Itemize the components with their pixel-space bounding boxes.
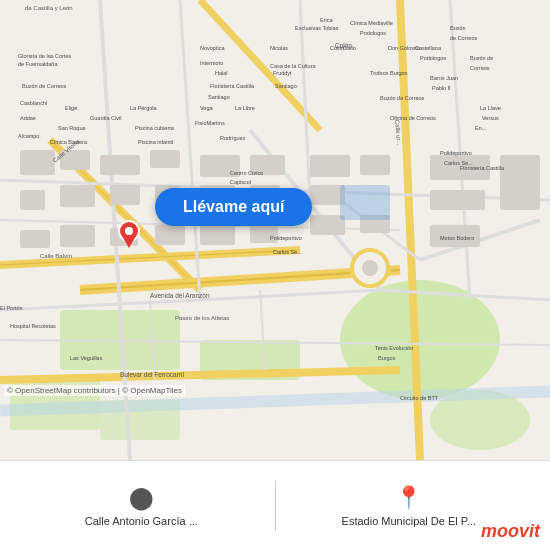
svg-text:Pablo II: Pablo II (432, 85, 451, 91)
svg-text:Circuito de BTT: Circuito de BTT (400, 395, 439, 401)
svg-text:En...: En... (475, 125, 487, 131)
svg-rect-53 (20, 230, 50, 248)
svg-text:Buzón de: Buzón de (470, 55, 493, 61)
svg-rect-37 (60, 185, 95, 207)
svg-rect-35 (150, 150, 180, 168)
svg-text:El Portón: El Portón (0, 305, 23, 311)
svg-rect-34 (100, 155, 140, 175)
svg-point-133 (125, 227, 133, 235)
svg-rect-45 (310, 185, 345, 205)
navigate-button[interactable]: Llévame aquí (155, 188, 312, 226)
svg-text:Elige: Elige (65, 105, 77, 111)
destination-label: Estadio Municipal De El P... (342, 515, 476, 527)
svg-text:Addae: Addae (20, 115, 36, 121)
svg-text:Las Veguillas: Las Veguillas (70, 355, 103, 361)
svg-text:Floristería Castilla: Floristería Castilla (460, 165, 505, 171)
svg-text:Exclusivas Tobias: Exclusivas Tobias (295, 25, 339, 31)
svg-text:Casblanchl: Casblanchl (20, 100, 47, 106)
svg-point-60 (362, 260, 378, 276)
origin-icon: ⬤ (129, 485, 154, 511)
svg-text:Fruddyt: Fruddyt (273, 70, 292, 76)
svg-text:Buzón de Correos: Buzón de Correos (380, 95, 425, 101)
svg-text:Buzón de Correos: Buzón de Correos (22, 83, 67, 89)
origin-item: ⬤ Calle Antonio García ... (16, 485, 267, 527)
svg-rect-32 (20, 150, 55, 175)
svg-text:Burgos: Burgos (378, 355, 396, 361)
svg-text:Clínica Mediaville: Clínica Mediaville (350, 20, 393, 26)
svg-rect-56 (155, 225, 185, 245)
svg-text:Polideportivo: Polideportivo (440, 150, 472, 156)
svg-text:Oficina de Correos: Oficina de Correos (390, 115, 436, 121)
svg-text:Santiago: Santiago (275, 83, 297, 89)
svg-text:Erica: Erica (320, 17, 333, 23)
svg-text:Bulevar del Ferrocarril: Bulevar del Ferrocarril (120, 371, 184, 378)
svg-text:Gallo: Gallo (343, 45, 356, 51)
svg-text:Motos Bodero: Motos Bodero (440, 235, 474, 241)
moovit-logo: moovit (481, 521, 540, 542)
svg-text:Piscina cubierta: Piscina cubierta (135, 125, 175, 131)
svg-text:Calle Balvín: Calle Balvín (40, 253, 72, 259)
origin-label: Calle Antonio García ... (85, 515, 198, 527)
svg-text:La Pérgola: La Pérgola (130, 105, 158, 111)
svg-text:FisioMartins: FisioMartins (195, 120, 225, 126)
svg-rect-48 (430, 190, 485, 210)
svg-text:Trofeos Burgos: Trofeos Burgos (370, 70, 408, 76)
svg-marker-132 (122, 236, 136, 248)
svg-text:Polideportivo: Polideportivo (270, 235, 302, 241)
svg-text:La Libre: La Libre (235, 105, 255, 111)
svg-rect-57 (200, 225, 235, 245)
location-pin (118, 220, 140, 248)
svg-text:Carlos Se...: Carlos Se... (273, 249, 302, 255)
svg-text:Casa de la Cultura: Casa de la Cultura (270, 63, 316, 69)
svg-rect-36 (20, 190, 45, 210)
svg-text:Alcampo: Alcampo (18, 133, 39, 139)
map-container: Calle Vitoria Calle Balvín Avenida del A… (0, 0, 550, 460)
svg-text:Centro Cívico: Centro Cívico (230, 170, 263, 176)
svg-text:Hospital Recoletas: Hospital Recoletas (10, 323, 56, 329)
bar-divider (275, 481, 276, 531)
svg-text:Intermoto: Intermoto (200, 60, 223, 66)
svg-text:de Correos: de Correos (450, 35, 477, 41)
svg-text:La Llave: La Llave (480, 105, 501, 111)
svg-text:Piscina infantil: Piscina infantil (138, 139, 173, 145)
svg-rect-50 (310, 215, 345, 235)
svg-text:Buzón: Buzón (450, 25, 466, 31)
svg-text:Floristería Castilla: Floristería Castilla (210, 83, 255, 89)
svg-rect-130 (340, 185, 390, 220)
bottom-bar: ⬤ Calle Antonio García ... 📍 Estadio Mun… (0, 460, 550, 550)
svg-text:Don Golosito: Don Golosito (388, 45, 420, 51)
svg-text:Paseo de los Atletas: Paseo de los Atletas (175, 315, 229, 321)
svg-text:Versus: Versus (482, 115, 499, 121)
svg-text:Correos: Correos (470, 65, 490, 71)
svg-text:de Fuensaldaña: de Fuensaldaña (18, 61, 58, 67)
svg-rect-38 (110, 185, 140, 205)
svg-text:Guardia Civil: Guardia Civil (90, 115, 121, 121)
svg-text:Tenis Evolución: Tenis Evolución (375, 345, 413, 351)
svg-text:Santiago: Santiago (208, 94, 230, 100)
destination-icon: 📍 (395, 485, 422, 511)
svg-rect-49 (500, 155, 540, 210)
map-attribution: © OpenStreetMap contributors | © OpenMap… (4, 385, 185, 396)
svg-text:da Castilla y León: da Castilla y León (25, 5, 73, 11)
svg-text:Nicolas: Nicolas (270, 45, 288, 51)
svg-text:Rodríguez: Rodríguez (220, 135, 246, 141)
svg-text:Novoptica: Novoptica (200, 45, 225, 51)
svg-text:Capiscol: Capiscol (230, 179, 251, 185)
svg-text:Podologos: Podologos (360, 30, 386, 36)
svg-text:Avenida del Aranzón: Avenida del Aranzón (150, 292, 210, 299)
svg-rect-46 (360, 155, 390, 175)
svg-text:Podologos: Podologos (420, 55, 446, 61)
svg-text:Vega: Vega (200, 105, 213, 111)
svg-text:Halal: Halal (215, 70, 228, 76)
svg-rect-44 (310, 155, 350, 177)
svg-text:Clínica Baviera: Clínica Baviera (50, 139, 88, 145)
svg-text:Glorieta de las Cortes: Glorieta de las Cortes (18, 53, 71, 59)
svg-rect-54 (60, 225, 95, 247)
svg-text:Barrio Juan: Barrio Juan (430, 75, 458, 81)
svg-text:San Roque: San Roque (58, 125, 86, 131)
